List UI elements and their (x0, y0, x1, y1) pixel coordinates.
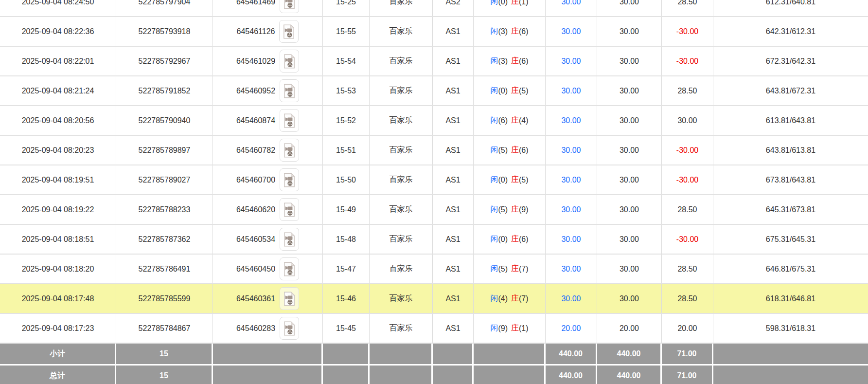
session-number: 15-49 (323, 195, 370, 224)
game-type: 百家乐 (370, 225, 433, 254)
table-row[interactable]: 2025-09-04 08:19:51 522785789027 6454607… (0, 165, 868, 195)
game-result: 闲(9)庄(1) (474, 314, 546, 343)
banker-points: (6) (519, 235, 529, 244)
banker-label: 庄 (511, 86, 519, 96)
bet-amount: 30.00 (546, 255, 597, 283)
table-code: AS1 (433, 225, 474, 254)
table-row[interactable]: 2025-09-04 08:24:50 522785797904 6454614… (0, 0, 868, 17)
valid-amount: 30.00 (597, 17, 662, 46)
table-row[interactable]: 2025-09-04 08:20:56 522785790940 6454608… (0, 106, 868, 136)
player-label: 闲 (490, 175, 498, 185)
video-replay-button[interactable] (280, 79, 299, 102)
video-replay-icon (283, 0, 295, 9)
video-replay-button[interactable] (280, 139, 299, 162)
table-code: AS1 (433, 165, 474, 194)
round-number: 645461029 (236, 57, 275, 66)
game-result: 闲(0)庄(5) (474, 76, 546, 105)
valid-amount: 30.00 (597, 255, 662, 283)
total-valid-amount: 440.00 (597, 366, 662, 384)
win-loss: -30.00 (662, 47, 713, 75)
game-result: 闲(4)庄(7) (474, 284, 546, 313)
video-replay-button[interactable] (280, 168, 299, 191)
win-loss: 28.50 (662, 195, 713, 224)
video-replay-button[interactable] (280, 198, 299, 221)
bet-amount: 30.00 (546, 165, 597, 194)
player-points: (4) (498, 294, 508, 303)
game-result: 闲(0)庄(6) (474, 225, 546, 254)
round-number: 645461126 (237, 27, 275, 36)
valid-amount: 30.00 (597, 136, 662, 165)
table-row[interactable]: 2025-09-04 08:21:24 522785791852 6454609… (0, 76, 868, 106)
banker-points: (5) (519, 87, 529, 95)
bet-time: 2025-09-04 08:22:36 (0, 17, 116, 46)
round-number: 645460450 (236, 265, 275, 274)
player-points: (9) (498, 324, 508, 333)
video-replay-button[interactable] (280, 228, 299, 251)
game-type: 百家乐 (370, 195, 433, 224)
order-number: 522785784867 (116, 314, 213, 343)
bet-amount: 30.00 (546, 106, 597, 135)
balance-before-after: 643.81/613.81 (713, 136, 868, 165)
bet-amount: 30.00 (546, 0, 597, 16)
bet-time: 2025-09-04 08:20:56 (0, 106, 116, 135)
video-replay-button[interactable] (280, 257, 299, 280)
round-number-cell: 645461029 (213, 47, 323, 75)
valid-amount: 30.00 (597, 76, 662, 105)
betting-records-table: 2025-09-04 08:24:50 522785797904 6454614… (0, 0, 868, 384)
round-number: 645460283 (236, 324, 275, 333)
table-code: AS1 (433, 76, 474, 105)
video-replay-button[interactable] (280, 287, 299, 310)
order-number: 522785797904 (116, 0, 213, 16)
banker-points: (5) (519, 176, 529, 184)
valid-amount: 30.00 (597, 225, 662, 254)
table-code: AS1 (433, 314, 474, 343)
game-type: 百家乐 (370, 106, 433, 135)
player-points: (5) (498, 146, 508, 155)
table-code: AS1 (433, 136, 474, 165)
total-count: 15 (116, 366, 213, 384)
session-number: 15-53 (323, 76, 370, 105)
bet-time: 2025-09-04 08:19:51 (0, 165, 116, 194)
banker-points: (7) (519, 294, 529, 303)
game-type: 百家乐 (370, 314, 433, 343)
order-number: 522785789027 (116, 165, 213, 194)
video-replay-button[interactable] (280, 109, 299, 132)
bet-time: 2025-09-04 08:17:48 (0, 284, 116, 313)
banker-points: (6) (519, 27, 529, 36)
table-row[interactable]: 2025-09-04 08:22:36 522785793918 6454611… (0, 17, 868, 47)
total-label: 总计 (0, 366, 116, 384)
round-number-cell: 645460620 (213, 195, 323, 224)
table-row[interactable]: 2025-09-04 08:20:23 522785789897 6454607… (0, 136, 868, 165)
bet-time: 2025-09-04 08:22:01 (0, 47, 116, 75)
video-replay-button[interactable] (280, 317, 299, 340)
total-win-loss: 71.00 (662, 366, 713, 384)
subtotal-row: 小计 15 440.00 440.00 71.00 (0, 344, 868, 364)
video-replay-button[interactable] (279, 20, 299, 43)
banker-label: 庄 (511, 145, 519, 155)
video-replay-button[interactable] (280, 0, 299, 13)
table-row[interactable]: 2025-09-04 08:19:22 522785788233 6454606… (0, 195, 868, 225)
bet-amount: 30.00 (546, 284, 597, 313)
table-row[interactable]: 2025-09-04 08:18:20 522785786491 6454604… (0, 255, 868, 284)
player-label: 闲 (490, 115, 498, 126)
table-row[interactable]: 2025-09-04 08:17:23 522785784867 6454602… (0, 314, 868, 344)
valid-amount: 30.00 (597, 284, 662, 313)
player-points: (5) (498, 205, 508, 214)
round-number: 645460782 (236, 146, 275, 155)
table-row[interactable]: 2025-09-04 08:18:51 522785787362 6454605… (0, 225, 868, 255)
bet-time: 2025-09-04 08:17:23 (0, 314, 116, 343)
table-row[interactable]: 2025-09-04 08:17:48 522785785599 6454603… (0, 284, 868, 314)
order-number: 522785787362 (116, 225, 213, 254)
table-row[interactable]: 2025-09-04 08:22:01 522785792967 6454610… (0, 47, 868, 76)
subtotal-bet-amount: 440.00 (546, 344, 597, 364)
session-number: 15-48 (323, 225, 370, 254)
banker-points: (6) (519, 146, 529, 155)
video-replay-button[interactable] (280, 50, 299, 73)
bet-time: 2025-09-04 08:20:23 (0, 136, 116, 165)
video-replay-icon (283, 262, 295, 276)
player-points: (0) (498, 87, 508, 95)
round-number-cell: 645461469 (213, 0, 323, 16)
empty-cell (323, 366, 370, 384)
player-points: (3) (498, 27, 508, 36)
session-number: 15-55 (323, 17, 370, 46)
